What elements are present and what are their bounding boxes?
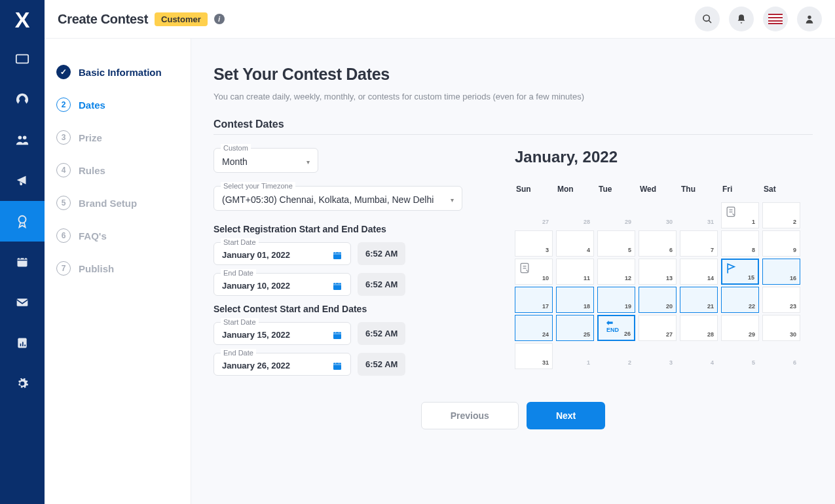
step-rules[interactable]: 4Rules — [56, 163, 179, 177]
calendar-day: 31 — [680, 202, 718, 228]
custom-select[interactable]: Custom Month▾ — [213, 148, 318, 173]
timezone-select[interactable]: Select your Timezone (GMT+05:30) Chennai… — [213, 186, 462, 211]
svg-rect-15 — [333, 363, 341, 370]
reg-dates-heading: Select Registration Start and End Dates — [213, 224, 469, 234]
info-icon[interactable]: i — [214, 14, 225, 24]
nav-item-9[interactable] — [0, 363, 45, 404]
calendar-day: 27 — [515, 202, 553, 228]
calendar-day[interactable]: 15 — [721, 259, 759, 285]
calendar-day[interactable]: 30 — [762, 315, 800, 341]
calendar-day[interactable]: 17 — [515, 287, 553, 313]
calendar-day[interactable]: 1 — [721, 202, 759, 228]
next-button[interactable]: Next — [527, 402, 605, 429]
clipboard-icon — [724, 205, 737, 218]
step-basic-information[interactable]: ✓Basic Information — [56, 65, 179, 79]
calendar-icon[interactable] — [332, 250, 343, 261]
nav-item-3[interactable] — [0, 120, 45, 160]
calendar-day: 30 — [639, 202, 677, 228]
svg-rect-13 — [333, 283, 341, 290]
step-brand-setup[interactable]: 5Brand Setup — [56, 196, 179, 210]
profile-button[interactable] — [797, 7, 822, 31]
step-publish[interactable]: 7Publish — [56, 261, 179, 276]
nav-item-2[interactable] — [0, 79, 45, 120]
svg-point-3 — [19, 216, 26, 223]
step-dates[interactable]: 2Dates — [56, 98, 179, 112]
calendar-day[interactable]: 6 — [639, 230, 677, 257]
reg-start-date-field[interactable]: Start Date January 01, 2022 — [213, 242, 351, 265]
locale-button[interactable] — [763, 7, 788, 31]
nav-item-8[interactable] — [0, 323, 45, 363]
contest-dates-heading: Select Contest Start and End Dates — [213, 304, 469, 314]
page-title: Create Contest — [58, 12, 148, 27]
con-end-time[interactable]: 6:52 AM — [358, 353, 405, 376]
calendar-day[interactable]: 29 — [721, 315, 759, 341]
dow-header: Sun — [515, 181, 554, 200]
calendar-day[interactable]: 12 — [597, 259, 635, 285]
calendar-icon[interactable] — [332, 330, 343, 340]
chevron-down-icon: ▾ — [306, 158, 310, 166]
calendar-day[interactable]: 5 — [597, 230, 635, 257]
calendar-day[interactable]: 19 — [597, 287, 635, 313]
calendar: January, 2022 SunMonTueWedThuFriSat27282… — [515, 148, 813, 384]
con-start-time[interactable]: 6:52 AM — [358, 322, 405, 345]
calendar-day[interactable]: 10 — [515, 259, 553, 285]
svg-rect-0 — [16, 55, 28, 63]
nav-item-5-active[interactable] — [0, 201, 45, 242]
search-button[interactable] — [695, 7, 720, 31]
calendar-day[interactable]: 20 — [639, 287, 677, 313]
step-prize[interactable]: 3Prize — [56, 130, 179, 145]
nav-item-4[interactable] — [0, 160, 45, 201]
main-heading: Set Your Contest Dates — [213, 65, 813, 84]
nav-item-6[interactable] — [0, 242, 45, 282]
calendar-day: 28 — [556, 202, 594, 228]
calendar-day[interactable]: 22 — [721, 287, 759, 313]
calendar-icon[interactable] — [332, 361, 343, 371]
con-start-date-field[interactable]: Start Date January 15, 2022 — [213, 322, 351, 345]
calendar-day[interactable]: 9 — [762, 230, 800, 257]
dow-header: Wed — [639, 181, 678, 200]
calendar-day[interactable]: 28 — [680, 315, 718, 341]
calendar-day[interactable]: 13 — [639, 259, 677, 285]
calendar-month-title: January, 2022 — [515, 148, 813, 166]
wizard-steps: ✓Basic Information2Dates3Prize4Rules5Bra… — [45, 39, 191, 504]
calendar-day[interactable]: 2 — [762, 202, 800, 228]
calendar-day[interactable]: 16 — [762, 259, 800, 285]
svg-rect-9 — [24, 345, 26, 347]
calendar-day[interactable]: 14 — [680, 259, 718, 285]
calendar-day[interactable]: 8 — [721, 230, 759, 257]
section-title: Contest Dates — [213, 118, 813, 135]
main-subtitle: You can create daily, weekly, monthly, o… — [213, 92, 813, 101]
sidebar: X — [0, 0, 45, 504]
svg-rect-14 — [333, 332, 341, 339]
calendar-day[interactable]: 27 — [639, 315, 677, 341]
calendar-day[interactable]: 24 — [515, 315, 553, 341]
calendar-day[interactable]: 7 — [680, 230, 718, 257]
svg-rect-5 — [17, 298, 28, 306]
con-end-date-field[interactable]: End Date January 26, 2022 — [213, 353, 351, 376]
calendar-day[interactable]: 31 — [515, 343, 553, 369]
calendar-day[interactable]: 4 — [556, 230, 594, 257]
dow-header: Thu — [680, 181, 719, 200]
svg-point-11 — [807, 16, 811, 19]
nav-item-1[interactable] — [0, 39, 45, 79]
svg-rect-12 — [333, 252, 341, 259]
notifications-button[interactable] — [729, 7, 754, 31]
reg-start-time[interactable]: 6:52 AM — [358, 242, 405, 265]
calendar-day[interactable]: 25 — [556, 315, 594, 341]
calendar-day[interactable]: 23 — [762, 287, 800, 313]
reg-end-time[interactable]: 6:52 AM — [358, 273, 405, 296]
previous-button[interactable]: Previous — [421, 402, 519, 429]
nav-item-7[interactable] — [0, 282, 45, 323]
calendar-day[interactable]: 26⬅END — [597, 315, 635, 341]
reg-end-date-field[interactable]: End Date January 10, 2022 — [213, 273, 351, 296]
calendar-day[interactable]: 11 — [556, 259, 594, 285]
step-faq-s[interactable]: 6FAQ's — [56, 228, 179, 243]
dow-header: Sat — [762, 181, 802, 200]
calendar-day[interactable]: 21 — [680, 287, 718, 313]
calendar-icon[interactable] — [332, 281, 343, 291]
calendar-day[interactable]: 18 — [556, 287, 594, 313]
topbar: Create Contest Customer i — [45, 0, 835, 39]
svg-rect-4 — [18, 258, 28, 266]
end-icon: ⬅END — [606, 319, 619, 333]
calendar-day[interactable]: 3 — [515, 230, 553, 257]
